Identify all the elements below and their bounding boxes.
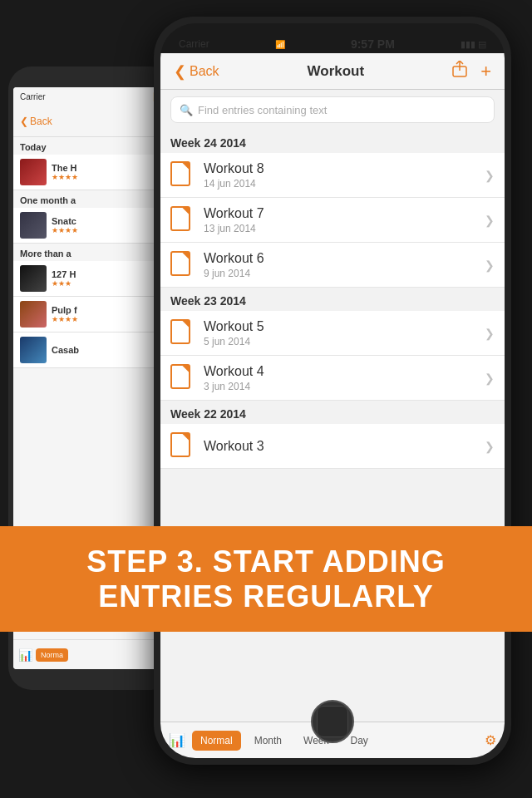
bg-item-info: 127 H ★★★ [52,269,163,288]
bg-thumb-127 [20,265,47,292]
main-phone: Carrier 📶 9:57 PM ▮▮▮ ▤ ❮ Back Workout [154,17,511,765]
bg-item-title: Snatc [52,216,163,226]
item-chevron-icon: ❯ [485,259,495,272]
main-phone-inner: Carrier 📶 9:57 PM ▮▮▮ ▤ ❮ Back Workout [160,23,505,758]
search-placeholder: Find entries containing text [198,104,327,116]
item-chevron-icon: ❯ [485,327,495,340]
item-date: 9 jun 2014 [204,268,475,279]
nav-actions: + [452,61,491,82]
section-header-week22: Week 22 2014 [160,401,505,424]
file-icon [170,432,194,461]
step-text-line1: STEP 3. START ADDING [17,544,515,579]
nav-back-button[interactable]: ❮ Back [174,62,219,81]
file-icon [170,161,194,190]
item-title: Workout 6 [204,251,475,266]
bg-item-stars: ★★★★ [52,226,163,234]
bg-back-chevron-icon: ❮ [20,116,28,127]
bg-list-item[interactable]: The H ★★★★ [13,155,170,190]
bg-carrier: Carrier [20,92,46,101]
file-fold [182,321,189,328]
bg-item-info: Snatc ★★★★ [52,216,163,234]
bg-thumb-casa [20,337,47,363]
list-item-workout5[interactable]: Workout 5 5 jun 2014 ❯ [160,311,505,356]
nav-title: Workout [308,63,365,80]
bg-back-button[interactable]: ❮ Back [20,116,52,127]
add-icon[interactable]: + [480,61,491,82]
tab-normal[interactable]: Normal [192,731,241,751]
list-item-workout3[interactable]: Workout 3 ❯ [160,424,505,469]
item-date: 14 jun 2014 [204,178,475,190]
bg-item-info: The H ★★★★ [52,163,163,181]
item-chevron-icon: ❯ [485,372,495,385]
item-chevron-icon: ❯ [485,440,495,453]
status-time: 9:57 PM [351,37,395,51]
status-carrier: Carrier [179,38,209,50]
item-info: Workout 5 5 jun 2014 [204,319,475,347]
bg-item-stars: ★★★★ [52,315,163,323]
bg-nav-bar: ❮ Back [13,106,170,137]
gear-icon[interactable]: ⚙ [485,732,496,748]
bg-normal-tab[interactable]: Norma [36,648,68,662]
file-icon [170,364,194,392]
bg-item-stars: ★★★ [52,279,163,288]
item-chevron-icon: ❯ [485,214,495,227]
bg-item-title: Pulp f [52,305,163,315]
home-button-inner [317,706,348,737]
item-title: Workout 3 [204,439,475,454]
share-icon[interactable] [452,61,467,82]
main-nav-bar: ❮ Back Workout + [160,53,505,90]
bg-list-item[interactable]: Pulp f ★★★★ [13,297,170,332]
section-header-week23: Week 23 2014 [160,288,505,311]
bg-item-stars: ★★★★ [52,173,163,181]
bg-chart-icon: 📊 [18,648,32,662]
bg-bottom-bar: 📊 Norma [13,639,170,669]
file-fold [182,366,189,372]
chart-icon[interactable]: 📊 [169,732,185,748]
file-icon [170,251,194,279]
main-status-bar: Carrier 📶 9:57 PM ▮▮▮ ▤ [160,35,505,53]
item-title: Workout 4 [204,364,475,379]
item-info: Workout 8 14 jun 2014 [204,161,475,190]
item-date: 3 jun 2014 [204,381,475,392]
bg-item-info: Casab [52,345,163,355]
bg-thumb-pulp [20,301,47,328]
bg-item-info: Pulp f ★★★★ [52,305,163,323]
list-item-workout7[interactable]: Workout 7 13 jun 2014 ❯ [160,198,505,243]
bg-back-label: Back [30,116,52,127]
file-fold [182,253,189,259]
bg-list-item[interactable]: Snatc ★★★★ [13,208,170,244]
search-bar[interactable]: 🔍 Find entries containing text [170,96,495,123]
nav-back-label: Back [190,64,219,79]
bg-status-bar: Carrier 📶 [13,87,170,106]
bg-section-today: Today [13,137,170,155]
item-date: 5 jun 2014 [204,336,475,347]
status-wifi-icon: 📶 [275,40,285,49]
item-title: Workout 5 [204,319,475,334]
step-banner: STEP 3. START ADDING ENTRIES REGULARLY [0,526,532,632]
bg-section-onemonth: One month a [13,190,170,208]
item-info: Workout 3 [204,439,475,454]
list-item-workout6[interactable]: Workout 6 9 jun 2014 ❯ [160,243,505,288]
item-chevron-icon: ❯ [485,169,495,182]
list-item-workout8[interactable]: Workout 8 14 jun 2014 ❯ [160,153,505,198]
file-fold [182,434,189,441]
bg-thumb-hunt [20,159,47,185]
bg-list-item[interactable]: 127 H ★★★ [13,261,170,297]
file-icon [170,206,194,234]
item-info: Workout 6 9 jun 2014 [204,251,475,279]
nav-back-chevron-icon: ❮ [174,62,186,81]
search-icon: 🔍 [180,104,193,116]
bg-item-title: Casab [52,345,163,355]
list-item-workout4[interactable]: Workout 4 3 jun 2014 ❯ [160,356,505,401]
section-header-week24: Week 24 2014 [160,130,505,153]
tab-month[interactable]: Month [246,731,290,751]
home-button[interactable] [311,700,354,743]
item-info: Workout 7 13 jun 2014 [204,206,475,234]
bg-list-item[interactable]: Casab [13,332,170,368]
bg-item-title: The H [52,163,163,173]
file-icon [170,319,194,347]
item-date: 13 jun 2014 [204,223,475,234]
file-fold [182,163,189,170]
bg-item-title: 127 H [52,269,163,279]
item-title: Workout 8 [204,161,475,176]
